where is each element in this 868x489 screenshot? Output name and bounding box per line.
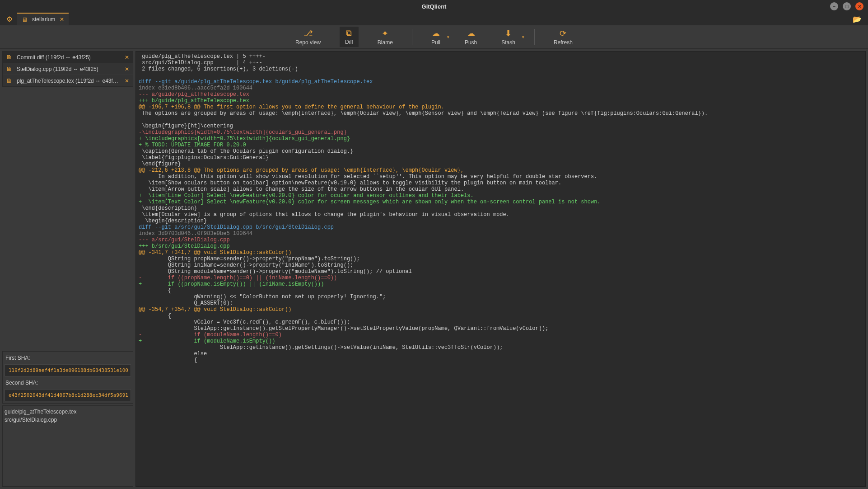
stash-icon: ⬇ (505, 28, 512, 38)
repoview-button[interactable]: ⎇ Repo view (290, 27, 326, 47)
diff-line: The options are grouped by areas of usag… (139, 110, 863, 117)
changed-files-list: guide/plg_atTheTelescope.texsrc/gui/Stel… (2, 405, 133, 487)
diff-line: StelApp::getInstance().getSettings()->se… (139, 344, 863, 351)
diff-line: @@ -354,7 +354,7 @@ void StelDialog::ask… (139, 306, 863, 313)
diff-line: In addition, this option will show visua… (139, 174, 863, 180)
second-sha-label: Second SHA: (5, 378, 131, 387)
diff-button[interactable]: ⧉ Diff (340, 27, 359, 47)
diff-line: + if (moduleName.isEmpty()) (139, 338, 863, 344)
diff-line: src/gui/StelDialog.cpp | 4 ++-- (139, 60, 863, 66)
chevron-down-icon[interactable]: ▾ (447, 35, 449, 39)
separator (412, 29, 412, 45)
diff-line: QString iniName=sender()->property("iniN… (139, 262, 863, 268)
pull-icon: ☁ (432, 28, 440, 38)
diff-line: \end{description} (139, 205, 863, 212)
list-item[interactable]: guide/plg_atTheTelescope.tex (5, 409, 131, 415)
pull-button[interactable]: ☁ Pull ▾ (426, 27, 446, 47)
first-sha-field[interactable]: 119f2d2d89aef4f1a3de096188db68438531e100 (5, 364, 131, 376)
push-label: Push (465, 39, 477, 46)
blame-button[interactable]: ✦ Blame (372, 27, 398, 47)
diff-line: \caption{General tab of the Oculars plug… (139, 148, 863, 155)
diff-line: + \includegraphics[width=0.75\textwidth]… (139, 136, 863, 142)
repo-tab[interactable]: 🖥 stellarium ✕ (17, 13, 69, 25)
diff-line: { (139, 313, 863, 319)
diff-line: \begin{figure}[ht]\centering (139, 123, 863, 129)
diff-line: - if (moduleName.length()==0) (139, 332, 863, 338)
diff-tab-item[interactable]: 🗎StelDialog.cpp (119f2d ↔ e43f25)✕ (3, 63, 133, 75)
sidebar: 🗎Commit diff (119f2d ↔ e43f25)✕🗎StelDial… (2, 51, 133, 487)
diff-line: + \item[Text Color] Select \newFeature{v… (139, 199, 863, 205)
window-titlebar: GitQlient − □ ✕ (0, 0, 868, 13)
maximize-button[interactable]: □ (843, 2, 851, 10)
stash-label: Stash (501, 39, 515, 46)
diff-line: + if ((propName.isEmpty()) || (iniName.i… (139, 281, 863, 287)
diff-line: vColor = Vec3f(c.redF(), c.greenF(), c.b… (139, 319, 863, 325)
diff-tab-label: StelDialog.cpp (119f2d ↔ e43f25) (17, 66, 120, 72)
diff-line: + \item[Line Color] Select \newFeature{v… (139, 193, 863, 199)
diff-line: \item[Show oculars button on toolbar] op… (139, 180, 863, 186)
diff-line: \begin{description} (139, 218, 863, 224)
diff-line: else (139, 351, 863, 357)
diff-line: +++ b/src/gui/StelDialog.cpp (139, 243, 863, 249)
diff-line: index e31ed8b406..aacc5efa2d 100644 (139, 85, 863, 91)
diff-line: - if ((propName.length()==0) || (iniName… (139, 275, 863, 281)
diff-line: 2 files changed, 6 insertions(+), 3 dele… (139, 66, 863, 72)
top-tabbar: ⚙ 🖥 stellarium ✕ 📂 (0, 13, 868, 25)
close-button[interactable]: ✕ (855, 2, 863, 10)
diff-line: QString moduleName=sender()->property("m… (139, 268, 863, 275)
push-button[interactable]: ☁ Push (459, 27, 482, 47)
diff-tab-item[interactable]: 🗎Commit diff (119f2d ↔ e43f25)✕ (3, 52, 133, 63)
tab-close-icon[interactable]: ✕ (60, 16, 64, 23)
refresh-label: Refresh (554, 39, 573, 46)
diff-line: -\includegraphics[width=0.75\textwidth]{… (139, 129, 863, 136)
diff-line: { (139, 287, 863, 294)
diff-line: \end{figure} (139, 161, 863, 167)
diff-tab-item[interactable]: 🗎plg_atTheTelescope.tex (119f2d ↔ e43f25… (3, 75, 133, 86)
laptop-icon: 🖥 (22, 16, 28, 23)
diff-tab-list: 🗎Commit diff (119f2d ↔ e43f25)✕🗎StelDial… (2, 51, 133, 87)
list-item[interactable]: src/gui/StelDialog.cpp (5, 417, 131, 423)
blame-label: Blame (378, 39, 393, 46)
diff-line: \item[Ocular view] is a group of options… (139, 212, 863, 218)
diff-line: --- a/guide/plg_atTheTelescope.tex (139, 91, 863, 98)
diff-line: diff --git a/guide/plg_atTheTelescope.te… (139, 79, 863, 85)
blame-icon: ✦ (382, 28, 388, 38)
diff-line (139, 72, 863, 79)
diff-line: diff --git a/src/gui/StelDialog.cpp b/sr… (139, 224, 863, 230)
file-icon: 🗎 (6, 66, 12, 72)
file-icon: 🗎 (6, 54, 12, 61)
diff-line (139, 117, 863, 123)
diff-line: { (139, 357, 863, 363)
stash-button[interactable]: ⬇ Stash ▾ (496, 27, 521, 47)
push-icon: ☁ (467, 28, 475, 38)
toolbar: ⎇ Repo view ⧉ Diff ✦ Blame ☁ Pull ▾ ☁ Pu… (0, 25, 868, 49)
minimize-button[interactable]: − (830, 2, 838, 10)
file-icon: 🗎 (6, 77, 12, 84)
window-title: GitQlient (422, 3, 447, 10)
diff-tab-label: Commit diff (119f2d ↔ e43f25) (17, 54, 120, 61)
refresh-button[interactable]: ⟳ Refresh (548, 27, 578, 47)
diff-line: + % TODO: UPDATE IMAGE FOR 0.20.0 (139, 142, 863, 148)
main-area: 🗎Commit diff (119f2d ↔ e43f25)✕🗎StelDial… (0, 49, 868, 489)
repo-tab-label: stellarium (32, 16, 55, 23)
chevron-down-icon[interactable]: ▾ (522, 35, 524, 39)
diff-line: +++ b/guide/plg_atTheTelescope.tex (139, 98, 863, 104)
first-sha-label: First SHA: (5, 353, 131, 362)
diff-icon: ⧉ (346, 28, 352, 38)
second-sha-field[interactable]: e43f2502043df41d4067b8c1d288ec34df5a9691 (5, 389, 131, 401)
close-icon[interactable]: ✕ (125, 78, 129, 84)
open-folder-icon[interactable]: 📂 (846, 15, 868, 24)
window-controls: − □ ✕ (830, 2, 868, 10)
close-icon[interactable]: ✕ (125, 54, 129, 61)
diff-view[interactable]: guide/plg_atTheTelescope.tex | 5 ++++- s… (135, 51, 866, 487)
diff-line: Q_ASSERT(0); (139, 300, 863, 306)
diff-line: StelApp::getInstance().getStelPropertyMa… (139, 325, 863, 332)
diff-line: @@ -341,7 +341,7 @@ void StelDialog::ask… (139, 249, 863, 256)
diff-line: \item[Arrow button scale] allows to chan… (139, 186, 863, 193)
separator (534, 29, 535, 45)
diff-line: @@ -196,7 +196,8 @@ The first option all… (139, 104, 863, 110)
diff-line: guide/plg_atTheTelescope.tex | 5 ++++- (139, 53, 863, 60)
close-icon[interactable]: ✕ (125, 66, 129, 72)
diff-tab-label: plg_atTheTelescope.tex (119f2d ↔ e43f25) (17, 78, 120, 84)
settings-icon[interactable]: ⚙ (4, 15, 17, 24)
